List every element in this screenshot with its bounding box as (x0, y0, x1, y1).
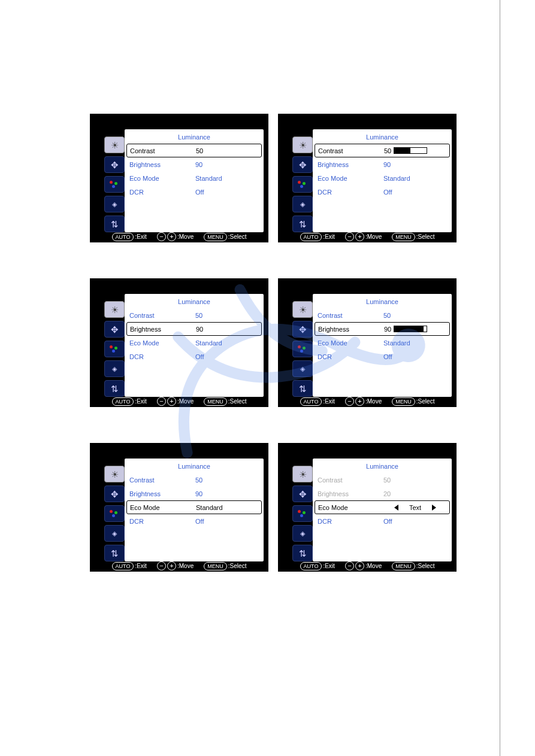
footer-select-label: :Select (228, 233, 247, 240)
menu-item-dcr[interactable]: DCROff (125, 514, 264, 528)
plus-button-icon[interactable]: + (355, 397, 364, 406)
extra-icon[interactable]: ⇅ (292, 545, 313, 561)
osd-content-panel: LuminanceContrast50Brightness90Eco ModeS… (125, 129, 264, 232)
menu-item-eco-mode[interactable]: Eco ModeStandard (313, 171, 452, 185)
osd-content-panel: LuminanceContrast50Brightness90Eco ModeS… (125, 294, 264, 397)
minus-button-icon[interactable]: − (157, 561, 166, 570)
footer-select: MENU:Select (204, 397, 246, 406)
triangle-left-icon[interactable] (394, 505, 398, 511)
plus-button-icon[interactable]: + (167, 397, 176, 406)
menu-item-value: Text (409, 504, 421, 511)
menu-item-contrast[interactable]: Contrast50 (125, 308, 264, 322)
luminance-icon[interactable]: ☀ (104, 136, 125, 153)
color-setup-icon[interactable] (104, 505, 125, 522)
menu-item-brightness[interactable]: Brightness90 (125, 157, 264, 171)
menu-item-eco-mode[interactable]: Eco ModeStandard (125, 336, 264, 350)
minus-button-icon[interactable]: − (345, 561, 354, 570)
image-setup-icon[interactable]: ✥ (292, 485, 313, 502)
osd-setup-icon[interactable]: ◈ (292, 525, 313, 542)
footer-select-label: :Select (416, 398, 435, 405)
color-setup-icon[interactable] (292, 341, 313, 357)
luminance-icon[interactable]: ☀ (292, 466, 313, 482)
osd-setup-icon[interactable]: ◈ (104, 360, 125, 377)
color-setup-icon[interactable] (104, 176, 125, 193)
menu-item-brightness[interactable]: Brightness90 (313, 157, 452, 171)
menu-button-icon[interactable]: MENU (392, 562, 415, 570)
menu-item-eco-mode[interactable]: Eco ModeStandard (126, 500, 262, 514)
menu-item-brightness[interactable]: Brightness20 (313, 487, 452, 500)
footer-select-label: :Select (416, 233, 435, 240)
luminance-icon[interactable]: ☀ (104, 466, 125, 482)
minus-button-icon[interactable]: − (157, 232, 166, 241)
footer-exit: AUTO:Exit (112, 397, 147, 406)
menu-button-icon[interactable]: MENU (204, 233, 227, 241)
menu-item-label: Brightness (129, 490, 195, 497)
osd-sidebar: ☀✥◈⇅ (95, 129, 125, 232)
osd-setup-icon[interactable]: ◈ (104, 196, 125, 212)
extra-icon[interactable]: ⇅ (104, 380, 125, 397)
color-setup-icon[interactable] (292, 505, 313, 522)
menu-button-icon[interactable]: MENU (204, 562, 227, 570)
triangle-right-icon[interactable] (432, 505, 436, 511)
menu-button-icon[interactable]: MENU (392, 233, 415, 241)
menu-item-brightness[interactable]: Brightness90 (125, 487, 264, 500)
menu-item-brightness[interactable]: Brightness90 (126, 322, 262, 336)
osd-row: ☀✥◈⇅LuminanceContrast50Brightness90Eco M… (90, 443, 461, 572)
value-text: 90 (195, 161, 202, 168)
menu-item-contrast[interactable]: Contrast50 (313, 473, 452, 487)
auto-button-icon[interactable]: AUTO (112, 233, 134, 241)
image-setup-icon[interactable]: ✥ (292, 321, 313, 338)
menu-button-icon[interactable]: MENU (204, 397, 227, 406)
auto-button-icon[interactable]: AUTO (300, 397, 322, 406)
image-setup-icon[interactable]: ✥ (292, 156, 313, 173)
image-setup-icon[interactable]: ✥ (104, 321, 125, 338)
auto-button-icon[interactable]: AUTO (112, 397, 134, 406)
color-setup-icon[interactable] (292, 176, 313, 193)
value-selector[interactable]: Text (384, 504, 446, 511)
minus-button-icon[interactable]: − (345, 232, 354, 241)
menu-item-contrast[interactable]: Contrast50 (125, 473, 264, 487)
plus-button-icon[interactable]: + (355, 561, 364, 570)
osd-sidebar: ☀✥◈⇅ (283, 459, 313, 561)
luminance-icon[interactable]: ☀ (292, 136, 313, 153)
menu-item-dcr[interactable]: DCROff (313, 514, 452, 528)
plus-button-icon[interactable]: + (355, 232, 364, 241)
luminance-icon[interactable]: ☀ (104, 301, 125, 318)
footer-move: −+:Move (345, 561, 382, 570)
menu-item-eco-mode[interactable]: Eco ModeText (315, 500, 450, 514)
menu-item-brightness[interactable]: Brightness90 (315, 322, 450, 336)
menu-item-value: Standard (196, 504, 223, 511)
image-setup-icon[interactable]: ✥ (104, 156, 125, 173)
osd-setup-icon[interactable]: ◈ (292, 196, 313, 212)
extra-icon[interactable]: ⇅ (104, 215, 125, 232)
menu-item-dcr[interactable]: DCROff (313, 185, 452, 199)
value-text: 90 (384, 326, 391, 333)
auto-button-icon[interactable]: AUTO (300, 562, 322, 570)
menu-item-eco-mode[interactable]: Eco ModeStandard (125, 171, 264, 185)
menu-button-icon[interactable]: MENU (392, 397, 415, 406)
menu-item-eco-mode[interactable]: Eco ModeStandard (313, 336, 452, 350)
osd-setup-icon[interactable]: ◈ (104, 525, 125, 542)
menu-item-dcr[interactable]: DCROff (125, 350, 264, 363)
menu-item-value: Off (383, 518, 392, 525)
menu-item-dcr[interactable]: DCROff (313, 350, 452, 363)
luminance-icon[interactable]: ☀ (292, 301, 313, 318)
extra-icon[interactable]: ⇅ (104, 545, 125, 561)
menu-item-label: Contrast (129, 476, 195, 484)
minus-button-icon[interactable]: − (345, 397, 354, 406)
extra-icon[interactable]: ⇅ (292, 380, 313, 397)
menu-item-contrast[interactable]: Contrast50 (126, 144, 262, 157)
osd-setup-icon[interactable]: ◈ (292, 360, 313, 377)
extra-icon[interactable]: ⇅ (292, 215, 313, 232)
menu-item-contrast[interactable]: Contrast50 (313, 308, 452, 322)
plus-button-icon[interactable]: + (167, 232, 176, 241)
image-setup-icon[interactable]: ✥ (104, 485, 125, 502)
plus-button-icon[interactable]: + (167, 561, 176, 570)
auto-button-icon[interactable]: AUTO (300, 233, 322, 241)
minus-button-icon[interactable]: − (157, 397, 166, 406)
color-setup-icon[interactable] (104, 341, 125, 357)
footer-move: −+:Move (157, 561, 194, 570)
menu-item-contrast[interactable]: Contrast50 (315, 144, 450, 157)
auto-button-icon[interactable]: AUTO (112, 562, 134, 570)
menu-item-dcr[interactable]: DCROff (125, 185, 264, 199)
